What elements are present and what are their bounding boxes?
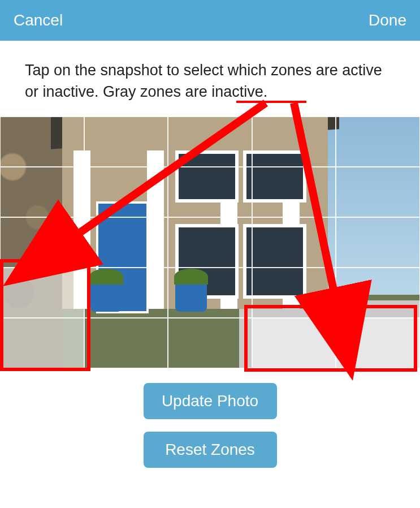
zone-cell-r0c4[interactable] [336,117,420,167]
snapshot-area [0,117,420,368]
zone-cell-r4c4[interactable] [336,318,420,368]
zone-cell-r3c0[interactable] [0,268,84,318]
zone-cell-r4c1[interactable] [84,318,168,368]
zone-cell-r1c1[interactable] [84,167,168,217]
annotation-underline [236,101,306,103]
zone-cell-r0c2[interactable] [168,117,252,167]
update-photo-button[interactable]: Update Photo [144,383,277,419]
cancel-button[interactable]: Cancel [14,11,63,29]
zone-cell-r2c3[interactable] [252,217,336,268]
zone-cell-r2c1[interactable] [84,217,168,268]
reset-zones-button[interactable]: Reset Zones [144,432,277,468]
zone-grid [0,117,420,368]
zone-cell-r1c2[interactable] [168,167,252,217]
navbar: Cancel Done [0,0,420,41]
button-row: Update Photo Reset Zones [0,383,420,468]
zone-cell-r0c1[interactable] [84,117,168,167]
zone-cell-r1c0[interactable] [0,167,84,217]
zone-cell-r3c2[interactable] [168,268,252,318]
zone-cell-r2c0[interactable] [0,217,84,268]
zone-cell-r4c2[interactable] [168,318,252,368]
zone-cell-r4c3[interactable] [252,318,336,368]
zone-cell-r0c3[interactable] [252,117,336,167]
zone-cell-r3c4[interactable] [336,268,420,318]
zone-cell-r2c4[interactable] [336,217,420,268]
zone-cell-r2c2[interactable] [168,217,252,268]
instructions-text: Tap on the snapshot to select which zone… [0,41,420,117]
zone-cell-r4c0[interactable] [0,318,84,368]
zone-cell-r0c0[interactable] [0,117,84,167]
zone-cell-r3c1[interactable] [84,268,168,318]
zone-cell-r1c4[interactable] [336,167,420,217]
zone-cell-r3c3[interactable] [252,268,336,318]
done-button[interactable]: Done [369,11,406,29]
zone-cell-r1c3[interactable] [252,167,336,217]
